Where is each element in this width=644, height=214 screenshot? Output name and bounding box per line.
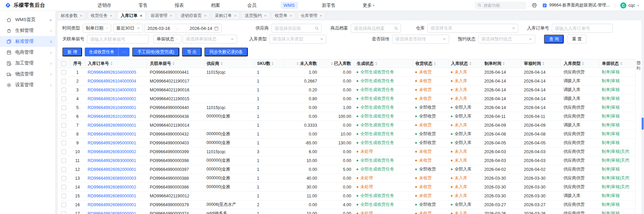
reset-button[interactable]: 重 置 (567, 35, 586, 43)
row-checkbox[interactable] (61, 185, 66, 190)
nav-item-档案[interactable]: 档案 (208, 1, 223, 10)
order-no-link[interactable]: RD996649926089000003 (88, 176, 136, 181)
nav-item-会员[interactable]: 会员 (244, 1, 260, 10)
manual-callback-button[interactable]: 手工回传(收货完成) (132, 48, 179, 56)
column-header-关联单据号[interactable]: 关联单据号 (147, 59, 204, 68)
vertical-scrollbar-thumb[interactable] (642, 118, 644, 130)
product-input[interactable] (354, 26, 392, 31)
row-checkbox[interactable] (61, 158, 66, 163)
order-no-link[interactable]: RD996649926104000004 (88, 79, 136, 84)
sidebar-item-加工管理[interactable]: 加工管理› (0, 58, 55, 69)
select-all-checkbox[interactable] (61, 61, 66, 66)
tab-入库订单[interactable]: 入库订单× (117, 12, 145, 19)
row-checkbox[interactable] (61, 105, 66, 110)
row-checkbox[interactable] (61, 167, 66, 172)
table-row[interactable]: 7RD996649926099000001MO9966402119001410.… (58, 121, 635, 130)
order-no-link[interactable]: RD996649926093000002 (88, 149, 136, 154)
time-type-select[interactable]: 制单日期 (83, 24, 111, 33)
order-no-link[interactable]: RD996649926104000003 (88, 88, 136, 92)
tenant-switcher[interactable]: 99664-新界面商超版测试-管理... (542, 2, 610, 8)
product-picker[interactable] (351, 24, 401, 33)
close-icon[interactable]: × (140, 14, 142, 18)
order-no-link[interactable]: RD996649926101000001 (88, 114, 136, 119)
sync-failed-button[interactable]: 同步失败记录|0条 (204, 48, 248, 56)
column-header-入库类型[interactable]: 入库类型 (561, 59, 599, 68)
row-checkbox[interactable] (61, 176, 66, 181)
column-header-入库状态[interactable]: 入库状态 (448, 59, 482, 68)
time-preset-select[interactable]: 最近30日 (113, 24, 143, 33)
row-checkbox[interactable] (61, 79, 66, 84)
export-button[interactable]: 导 出 (182, 48, 202, 56)
table-row[interactable]: 5RD996649926104000001PO99664990000440110… (58, 103, 635, 112)
table-row[interactable]: 16RD996649926086000001PO9966499000037900… (58, 200, 635, 209)
table-row[interactable]: 8RD996649926098000001PO99664990000432000… (58, 130, 635, 139)
global-search[interactable] (475, 2, 526, 9)
supplier-input[interactable] (275, 26, 313, 31)
doc-status-field-select[interactable]: 单据状态 (154, 35, 181, 43)
table-row[interactable]: 15RD996649926089000001MO9966402119001211… (58, 192, 635, 200)
table-row[interactable]: 4RD996649926104000002MO9966402119001510.… (58, 94, 635, 103)
close-icon[interactable]: × (264, 14, 266, 18)
table-row[interactable]: 13RD996649926089000003PO9966499000038800… (58, 174, 635, 183)
order-no-link[interactable]: RD996649926104000002 (88, 96, 136, 101)
row-checkbox[interactable] (61, 211, 66, 214)
row-checkbox[interactable] (61, 141, 66, 145)
column-header-未入库数[interactable]: 未入库数 (284, 59, 320, 68)
column-header-单据状态[interactable]: 单据状态 (599, 59, 635, 68)
table-row[interactable]: 10RD996649926093000002PO9966499000039911… (58, 147, 635, 156)
row-checkbox[interactable] (61, 96, 66, 101)
table-row[interactable]: 9RD996649926095000001PO99664990000403000… (58, 139, 635, 147)
order-no-link[interactable]: RD996649926089000002 (88, 185, 136, 190)
order-no-link[interactable]: RD996649926104000001 (88, 105, 136, 110)
column-settings-button[interactable]: 列 (635, 59, 641, 214)
row-checkbox[interactable] (61, 132, 66, 137)
column-header-收货状态[interactable]: 收货状态 (412, 59, 448, 68)
order-no-link[interactable]: RD996649926104000005 (88, 70, 136, 75)
order-no-field[interactable] (552, 24, 613, 33)
supplier-picker[interactable] (271, 24, 322, 33)
query-button[interactable]: 查 询 (544, 35, 564, 43)
row-checkbox[interactable] (61, 149, 66, 154)
row-checkbox[interactable] (61, 114, 66, 119)
close-icon[interactable]: × (80, 14, 82, 18)
generate-task-more-button[interactable]: ··· (118, 48, 129, 56)
table-row[interactable]: 17RD996649926085000001PO99664990000374pd… (58, 209, 635, 214)
column-header-select[interactable] (58, 59, 70, 68)
table-row[interactable]: 3RD996649926104000003MO9966402119001610.… (58, 86, 635, 94)
related-no-input[interactable] (90, 37, 146, 42)
sidebar-item-设置管理[interactable]: 设置管理› (0, 79, 55, 90)
column-header-生成状态[interactable]: 生成状态 (354, 59, 412, 68)
collapse-sidebar-icon[interactable]: « (49, 17, 52, 22)
close-icon[interactable]: × (110, 14, 112, 18)
close-icon[interactable]: × (234, 14, 236, 18)
table-row[interactable]: 12RD996649926092000001PO9966499000039700… (58, 165, 635, 174)
tab-容器管理[interactable]: 容器管理× (147, 12, 175, 19)
row-checkbox[interactable] (61, 202, 66, 207)
nav-item-报表[interactable]: 报表 (172, 1, 187, 10)
nav-item-WMS[interactable]: WMS (281, 2, 298, 9)
column-header-制单时间[interactable]: 制单时间 (482, 59, 521, 68)
order-no-link[interactable]: RD996649926099000001 (88, 123, 136, 128)
order-no-link[interactable]: RD996649926092000001 (88, 167, 136, 172)
table-row[interactable]: 6RD996649926101000001PO99664990000438000… (58, 112, 635, 121)
callback-select[interactable]: 请选择是否回传 (392, 35, 449, 43)
order-no-input[interactable] (555, 26, 610, 31)
column-header-SKU数[interactable]: SKU数 (254, 59, 284, 68)
row-checkbox[interactable] (61, 70, 66, 75)
printer-icon[interactable] (531, 2, 537, 8)
column-header-审核时间[interactable]: 审核时间 (521, 59, 561, 68)
sidebar-item-电商管理[interactable]: 电商管理› (0, 47, 55, 58)
close-icon[interactable]: × (290, 14, 292, 18)
order-no-link[interactable]: RD996649926086000001 (88, 202, 136, 207)
tab-送货预约[interactable]: 送货预约× (241, 12, 269, 19)
tab-标准参数[interactable]: 标准参数× (57, 12, 85, 19)
warehouse-select[interactable]: 请选择仓库 (427, 24, 518, 33)
row-checkbox[interactable] (61, 194, 66, 198)
tab-收货任务[interactable]: 收货任务× (87, 12, 115, 19)
global-search-input[interactable] (484, 3, 524, 8)
user-menu[interactable]: C cqc ∨ (620, 2, 639, 8)
nav-item-更多[interactable]: 更多▾ (360, 1, 378, 10)
row-checkbox[interactable] (61, 123, 66, 128)
column-header-供应商[interactable]: 供应商 (204, 59, 254, 68)
close-icon[interactable]: × (320, 14, 322, 18)
